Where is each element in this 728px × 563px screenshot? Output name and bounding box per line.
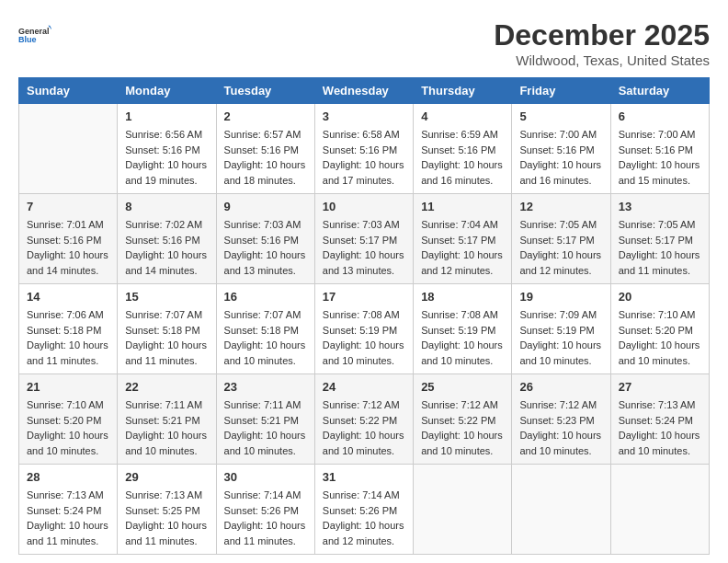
day-number: 11 [421, 200, 504, 213]
day-info: Sunrise: 7:13 AMSunset: 5:25 PMDaylight:… [125, 488, 208, 548]
calendar-cell [414, 465, 512, 555]
calendar-cell: 31Sunrise: 7:14 AMSunset: 5:26 PMDayligh… [314, 465, 413, 555]
day-info: Sunrise: 6:57 AMSunset: 5:16 PMDaylight:… [224, 127, 307, 188]
day-info: Sunrise: 7:07 AMSunset: 5:18 PMDaylight:… [125, 307, 208, 368]
calendar-cell: 18Sunrise: 7:08 AMSunset: 5:19 PMDayligh… [414, 284, 512, 374]
day-info: Sunrise: 7:13 AMSunset: 5:24 PMDaylight:… [27, 488, 109, 548]
day-info: Sunrise: 7:11 AMSunset: 5:21 PMDaylight:… [125, 397, 208, 458]
day-number: 22 [125, 380, 208, 394]
calendar-cell: 15Sunrise: 7:07 AMSunset: 5:18 PMDayligh… [118, 284, 216, 374]
calendar-cell: 27Sunrise: 7:13 AMSunset: 5:24 PMDayligh… [610, 374, 709, 465]
day-info: Sunrise: 7:08 AMSunset: 5:19 PMDaylight:… [323, 307, 405, 368]
day-info: Sunrise: 6:58 AMSunset: 5:16 PMDaylight:… [323, 127, 405, 188]
day-number: 15 [125, 290, 208, 304]
day-info: Sunrise: 6:56 AMSunset: 5:16 PMDaylight:… [125, 127, 208, 188]
weekday-header-friday: Friday [512, 78, 610, 104]
calendar-cell: 2Sunrise: 6:57 AMSunset: 5:16 PMDaylight… [216, 104, 314, 194]
day-number: 7 [27, 200, 109, 213]
calendar-cell: 13Sunrise: 7:05 AMSunset: 5:17 PMDayligh… [610, 194, 709, 284]
calendar-cell: 14Sunrise: 7:06 AMSunset: 5:18 PMDayligh… [19, 284, 118, 374]
day-info: Sunrise: 7:04 AMSunset: 5:17 PMDaylight:… [421, 217, 504, 278]
day-number: 13 [619, 200, 701, 213]
calendar-cell [610, 465, 709, 555]
calendar-cell: 7Sunrise: 7:01 AMSunset: 5:16 PMDaylight… [19, 194, 118, 284]
title-section: December 2025 Wildwood, Texas, United St… [494, 18, 710, 68]
calendar-cell: 21Sunrise: 7:10 AMSunset: 5:20 PMDayligh… [19, 374, 118, 465]
day-number: 19 [519, 290, 602, 304]
calendar-cell [19, 104, 118, 194]
weekday-header-monday: Monday [118, 78, 216, 104]
day-number: 23 [224, 380, 307, 394]
day-number: 18 [421, 290, 504, 304]
day-info: Sunrise: 7:03 AMSunset: 5:17 PMDaylight:… [323, 217, 405, 278]
day-info: Sunrise: 7:05 AMSunset: 5:17 PMDaylight:… [619, 217, 701, 278]
day-info: Sunrise: 7:01 AMSunset: 5:16 PMDaylight:… [27, 217, 109, 278]
day-info: Sunrise: 7:12 AMSunset: 5:22 PMDaylight:… [421, 397, 504, 458]
calendar-cell: 24Sunrise: 7:12 AMSunset: 5:22 PMDayligh… [314, 374, 413, 465]
calendar-week-row: 1Sunrise: 6:56 AMSunset: 5:16 PMDaylight… [19, 104, 710, 194]
calendar-cell: 30Sunrise: 7:14 AMSunset: 5:26 PMDayligh… [216, 465, 314, 555]
day-number: 2 [224, 109, 307, 123]
day-number: 8 [125, 200, 208, 213]
day-number: 1 [125, 109, 208, 123]
page-header: General Blue December 2025 Wildwood, Tex… [18, 18, 710, 68]
day-info: Sunrise: 7:08 AMSunset: 5:19 PMDaylight:… [421, 307, 504, 368]
calendar-cell: 11Sunrise: 7:04 AMSunset: 5:17 PMDayligh… [414, 194, 512, 284]
logo: General Blue [18, 18, 51, 52]
day-info: Sunrise: 7:13 AMSunset: 5:24 PMDaylight:… [619, 397, 701, 458]
day-number: 24 [323, 380, 405, 394]
day-info: Sunrise: 7:00 AMSunset: 5:16 PMDaylight:… [619, 127, 701, 188]
day-number: 16 [224, 290, 307, 304]
calendar-cell: 20Sunrise: 7:10 AMSunset: 5:20 PMDayligh… [610, 284, 709, 374]
day-info: Sunrise: 7:10 AMSunset: 5:20 PMDaylight:… [27, 397, 109, 458]
calendar-cell: 4Sunrise: 6:59 AMSunset: 5:16 PMDaylight… [414, 104, 512, 194]
weekday-header-wednesday: Wednesday [314, 78, 413, 104]
day-number: 10 [323, 200, 405, 213]
day-info: Sunrise: 7:03 AMSunset: 5:16 PMDaylight:… [224, 217, 307, 278]
day-number: 14 [27, 290, 109, 304]
day-info: Sunrise: 7:12 AMSunset: 5:22 PMDaylight:… [323, 397, 405, 458]
calendar-cell: 26Sunrise: 7:12 AMSunset: 5:23 PMDayligh… [512, 374, 610, 465]
day-info: Sunrise: 7:14 AMSunset: 5:26 PMDaylight:… [224, 488, 307, 548]
calendar-table: SundayMondayTuesdayWednesdayThursdayFrid… [18, 77, 710, 555]
day-info: Sunrise: 7:02 AMSunset: 5:16 PMDaylight:… [125, 217, 208, 278]
day-number: 17 [323, 290, 405, 304]
calendar-body: 1Sunrise: 6:56 AMSunset: 5:16 PMDaylight… [19, 104, 710, 555]
calendar-cell: 25Sunrise: 7:12 AMSunset: 5:22 PMDayligh… [414, 374, 512, 465]
weekday-header-tuesday: Tuesday [216, 78, 314, 104]
calendar-cell: 10Sunrise: 7:03 AMSunset: 5:17 PMDayligh… [314, 194, 413, 284]
day-number: 29 [125, 470, 208, 484]
logo-svg: General Blue [18, 18, 51, 52]
svg-text:General: General [18, 27, 50, 36]
calendar-cell: 6Sunrise: 7:00 AMSunset: 5:16 PMDaylight… [610, 104, 709, 194]
day-info: Sunrise: 7:12 AMSunset: 5:23 PMDaylight:… [519, 397, 602, 458]
calendar-week-row: 21Sunrise: 7:10 AMSunset: 5:20 PMDayligh… [19, 374, 710, 465]
day-number: 30 [224, 470, 307, 484]
calendar-cell: 19Sunrise: 7:09 AMSunset: 5:19 PMDayligh… [512, 284, 610, 374]
month-year-title: December 2025 [494, 18, 710, 52]
day-number: 12 [519, 200, 602, 213]
calendar-cell: 16Sunrise: 7:07 AMSunset: 5:18 PMDayligh… [216, 284, 314, 374]
calendar-cell: 22Sunrise: 7:11 AMSunset: 5:21 PMDayligh… [118, 374, 216, 465]
calendar-header-row: SundayMondayTuesdayWednesdayThursdayFrid… [19, 78, 710, 104]
day-number: 3 [323, 109, 405, 123]
day-number: 28 [27, 470, 109, 484]
calendar-week-row: 28Sunrise: 7:13 AMSunset: 5:24 PMDayligh… [19, 465, 710, 555]
calendar-cell: 23Sunrise: 7:11 AMSunset: 5:21 PMDayligh… [216, 374, 314, 465]
day-number: 31 [323, 470, 405, 484]
day-info: Sunrise: 7:10 AMSunset: 5:20 PMDaylight:… [619, 307, 701, 368]
calendar-cell [512, 465, 610, 555]
weekday-header-sunday: Sunday [19, 78, 118, 104]
day-number: 27 [619, 380, 701, 394]
calendar-week-row: 7Sunrise: 7:01 AMSunset: 5:16 PMDaylight… [19, 194, 710, 284]
day-info: Sunrise: 7:11 AMSunset: 5:21 PMDaylight:… [224, 397, 307, 458]
calendar-cell: 1Sunrise: 6:56 AMSunset: 5:16 PMDaylight… [118, 104, 216, 194]
calendar-week-row: 14Sunrise: 7:06 AMSunset: 5:18 PMDayligh… [19, 284, 710, 374]
location-subtitle: Wildwood, Texas, United States [494, 52, 710, 68]
day-info: Sunrise: 7:07 AMSunset: 5:18 PMDaylight:… [224, 307, 307, 368]
day-info: Sunrise: 7:06 AMSunset: 5:18 PMDaylight:… [27, 307, 109, 368]
day-number: 25 [421, 380, 504, 394]
calendar-cell: 9Sunrise: 7:03 AMSunset: 5:16 PMDaylight… [216, 194, 314, 284]
day-info: Sunrise: 7:09 AMSunset: 5:19 PMDaylight:… [519, 307, 602, 368]
day-number: 5 [519, 109, 602, 123]
